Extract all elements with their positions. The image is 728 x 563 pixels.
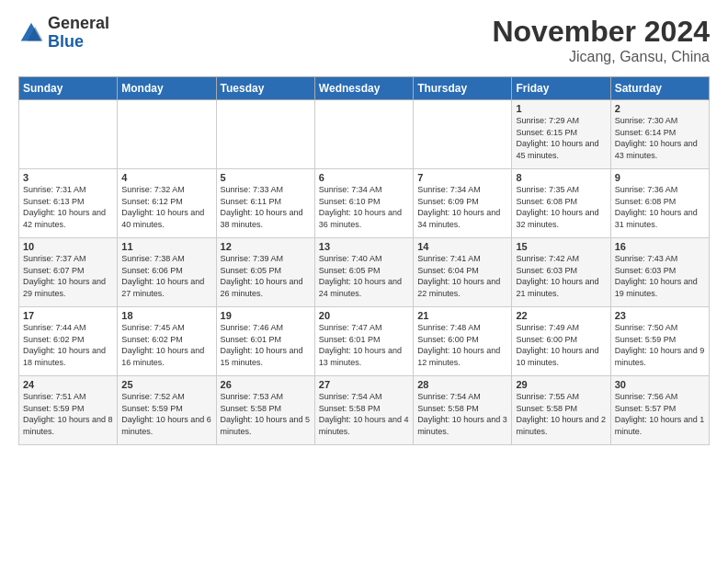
calendar-cell: 20Sunrise: 7:47 AM Sunset: 6:01 PM Dayli… — [314, 307, 413, 376]
weekday-header-saturday: Saturday — [610, 77, 709, 100]
day-number: 13 — [319, 241, 409, 252]
calendar-table: SundayMondayTuesdayWednesdayThursdayFrid… — [18, 76, 710, 445]
calendar-cell: 8Sunrise: 7:35 AM Sunset: 6:08 PM Daylig… — [512, 169, 610, 238]
week-row-1: 1Sunrise: 7:29 AM Sunset: 6:15 PM Daylig… — [19, 100, 710, 169]
month-title: November 2024 — [492, 15, 710, 49]
day-info: Sunrise: 7:49 AM Sunset: 6:00 PM Dayligh… — [516, 322, 606, 368]
calendar-cell: 6Sunrise: 7:34 AM Sunset: 6:10 PM Daylig… — [314, 169, 413, 238]
day-info: Sunrise: 7:50 AM Sunset: 5:59 PM Dayligh… — [615, 322, 705, 368]
day-number: 6 — [319, 172, 409, 183]
day-number: 18 — [121, 310, 211, 321]
day-number: 19 — [221, 310, 311, 321]
calendar-cell — [19, 100, 118, 169]
calendar-cell: 24Sunrise: 7:51 AM Sunset: 5:59 PM Dayli… — [19, 376, 118, 445]
day-info: Sunrise: 7:48 AM Sunset: 6:00 PM Dayligh… — [417, 322, 507, 368]
day-number: 21 — [417, 310, 507, 321]
calendar-cell: 5Sunrise: 7:33 AM Sunset: 6:11 PM Daylig… — [216, 169, 314, 238]
day-info: Sunrise: 7:43 AM Sunset: 6:03 PM Dayligh… — [615, 253, 705, 299]
calendar-body: 1Sunrise: 7:29 AM Sunset: 6:15 PM Daylig… — [19, 100, 710, 445]
day-number: 8 — [516, 172, 606, 183]
calendar-cell — [314, 100, 413, 169]
header: General Blue November 2024 Jicang, Gansu… — [18, 15, 710, 65]
title-block: November 2024 Jicang, Gansu, China — [492, 15, 710, 65]
day-info: Sunrise: 7:29 AM Sunset: 6:15 PM Dayligh… — [516, 115, 606, 161]
calendar-cell: 14Sunrise: 7:41 AM Sunset: 6:04 PM Dayli… — [414, 238, 512, 307]
logo-icon — [18, 20, 44, 46]
day-number: 10 — [23, 241, 113, 252]
day-info: Sunrise: 7:55 AM Sunset: 5:58 PM Dayligh… — [516, 391, 606, 437]
day-info: Sunrise: 7:33 AM Sunset: 6:11 PM Dayligh… — [221, 184, 311, 230]
day-number: 1 — [516, 103, 606, 114]
calendar-cell: 10Sunrise: 7:37 AM Sunset: 6:07 PM Dayli… — [19, 238, 118, 307]
day-number: 24 — [23, 379, 113, 390]
weekday-header-tuesday: Tuesday — [216, 77, 314, 100]
day-info: Sunrise: 7:37 AM Sunset: 6:07 PM Dayligh… — [23, 253, 113, 299]
day-info: Sunrise: 7:45 AM Sunset: 6:02 PM Dayligh… — [121, 322, 211, 368]
day-number: 2 — [615, 103, 705, 114]
weekday-header-row: SundayMondayTuesdayWednesdayThursdayFrid… — [19, 77, 710, 100]
day-number: 27 — [319, 379, 409, 390]
weekday-header-thursday: Thursday — [414, 77, 512, 100]
calendar-cell: 12Sunrise: 7:39 AM Sunset: 6:05 PM Dayli… — [216, 238, 314, 307]
calendar-cell: 22Sunrise: 7:49 AM Sunset: 6:00 PM Dayli… — [512, 307, 610, 376]
day-info: Sunrise: 7:52 AM Sunset: 5:59 PM Dayligh… — [121, 391, 211, 437]
week-row-2: 3Sunrise: 7:31 AM Sunset: 6:13 PM Daylig… — [19, 169, 710, 238]
day-number: 22 — [516, 310, 606, 321]
week-row-3: 10Sunrise: 7:37 AM Sunset: 6:07 PM Dayli… — [19, 238, 710, 307]
day-number: 7 — [417, 172, 507, 183]
calendar-cell — [118, 100, 216, 169]
calendar-cell: 17Sunrise: 7:44 AM Sunset: 6:02 PM Dayli… — [19, 307, 118, 376]
day-info: Sunrise: 7:56 AM Sunset: 5:57 PM Dayligh… — [615, 391, 705, 437]
day-info: Sunrise: 7:46 AM Sunset: 6:01 PM Dayligh… — [221, 322, 311, 368]
week-row-5: 24Sunrise: 7:51 AM Sunset: 5:59 PM Dayli… — [19, 376, 710, 445]
calendar-header: SundayMondayTuesdayWednesdayThursdayFrid… — [19, 77, 710, 100]
calendar-cell: 23Sunrise: 7:50 AM Sunset: 5:59 PM Dayli… — [610, 307, 709, 376]
calendar-cell: 29Sunrise: 7:55 AM Sunset: 5:58 PM Dayli… — [512, 376, 610, 445]
calendar-cell: 25Sunrise: 7:52 AM Sunset: 5:59 PM Dayli… — [118, 376, 216, 445]
calendar-cell: 7Sunrise: 7:34 AM Sunset: 6:09 PM Daylig… — [414, 169, 512, 238]
calendar-cell: 16Sunrise: 7:43 AM Sunset: 6:03 PM Dayli… — [610, 238, 709, 307]
day-info: Sunrise: 7:53 AM Sunset: 5:58 PM Dayligh… — [221, 391, 311, 437]
day-number: 3 — [23, 172, 113, 183]
day-info: Sunrise: 7:47 AM Sunset: 6:01 PM Dayligh… — [319, 322, 409, 368]
weekday-header-sunday: Sunday — [19, 77, 118, 100]
day-info: Sunrise: 7:36 AM Sunset: 6:08 PM Dayligh… — [615, 184, 705, 230]
day-info: Sunrise: 7:40 AM Sunset: 6:05 PM Dayligh… — [319, 253, 409, 299]
calendar-cell: 19Sunrise: 7:46 AM Sunset: 6:01 PM Dayli… — [216, 307, 314, 376]
day-number: 29 — [516, 379, 606, 390]
calendar-cell: 1Sunrise: 7:29 AM Sunset: 6:15 PM Daylig… — [512, 100, 610, 169]
logo: General Blue — [18, 15, 109, 52]
calendar-cell — [216, 100, 314, 169]
day-info: Sunrise: 7:42 AM Sunset: 6:03 PM Dayligh… — [516, 253, 606, 299]
day-number: 15 — [516, 241, 606, 252]
day-number: 5 — [221, 172, 311, 183]
day-info: Sunrise: 7:54 AM Sunset: 5:58 PM Dayligh… — [319, 391, 409, 437]
calendar-cell: 28Sunrise: 7:54 AM Sunset: 5:58 PM Dayli… — [414, 376, 512, 445]
day-number: 30 — [615, 379, 705, 390]
calendar-cell: 30Sunrise: 7:56 AM Sunset: 5:57 PM Dayli… — [610, 376, 709, 445]
day-info: Sunrise: 7:39 AM Sunset: 6:05 PM Dayligh… — [221, 253, 311, 299]
day-info: Sunrise: 7:31 AM Sunset: 6:13 PM Dayligh… — [23, 184, 113, 230]
calendar-cell: 26Sunrise: 7:53 AM Sunset: 5:58 PM Dayli… — [216, 376, 314, 445]
day-info: Sunrise: 7:41 AM Sunset: 6:04 PM Dayligh… — [417, 253, 507, 299]
calendar-container: General Blue November 2024 Jicang, Gansu… — [0, 0, 728, 454]
weekday-header-monday: Monday — [118, 77, 216, 100]
calendar-cell: 11Sunrise: 7:38 AM Sunset: 6:06 PM Dayli… — [118, 238, 216, 307]
day-info: Sunrise: 7:38 AM Sunset: 6:06 PM Dayligh… — [121, 253, 211, 299]
calendar-cell: 13Sunrise: 7:40 AM Sunset: 6:05 PM Dayli… — [314, 238, 413, 307]
calendar-cell: 21Sunrise: 7:48 AM Sunset: 6:00 PM Dayli… — [414, 307, 512, 376]
calendar-cell: 4Sunrise: 7:32 AM Sunset: 6:12 PM Daylig… — [118, 169, 216, 238]
day-number: 16 — [615, 241, 705, 252]
calendar-cell: 27Sunrise: 7:54 AM Sunset: 5:58 PM Dayli… — [314, 376, 413, 445]
day-number: 28 — [417, 379, 507, 390]
calendar-cell: 9Sunrise: 7:36 AM Sunset: 6:08 PM Daylig… — [610, 169, 709, 238]
location: Jicang, Gansu, China — [492, 49, 710, 65]
week-row-4: 17Sunrise: 7:44 AM Sunset: 6:02 PM Dayli… — [19, 307, 710, 376]
day-number: 23 — [615, 310, 705, 321]
day-info: Sunrise: 7:35 AM Sunset: 6:08 PM Dayligh… — [516, 184, 606, 230]
day-number: 14 — [417, 241, 507, 252]
day-info: Sunrise: 7:44 AM Sunset: 6:02 PM Dayligh… — [23, 322, 113, 368]
weekday-header-wednesday: Wednesday — [314, 77, 413, 100]
day-info: Sunrise: 7:32 AM Sunset: 6:12 PM Dayligh… — [121, 184, 211, 230]
day-info: Sunrise: 7:51 AM Sunset: 5:59 PM Dayligh… — [23, 391, 113, 437]
